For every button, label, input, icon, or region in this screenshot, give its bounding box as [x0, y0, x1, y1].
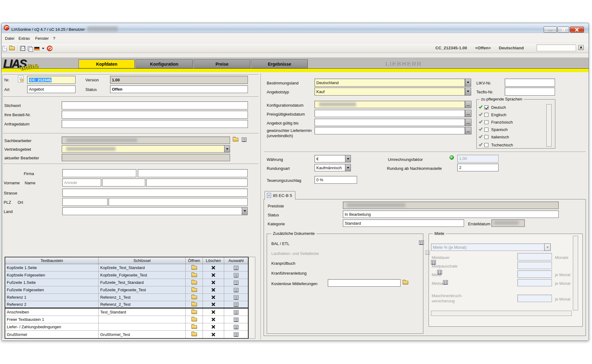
name-field[interactable] — [146, 178, 248, 186]
open-folder-icon[interactable] — [186, 286, 203, 293]
date-picker-button[interactable]: ... — [465, 110, 471, 117]
menu-datei[interactable]: Datei — [4, 35, 15, 41]
rundung-field[interactable]: 2 — [457, 164, 499, 171]
date-picker-button[interactable]: ... — [465, 101, 471, 108]
table-row[interactable]: Kopfzeile 1.SeiteKopfzeile_Test_Standard — [5, 264, 248, 272]
language-checkbox[interactable] — [484, 105, 488, 109]
table-row[interactable]: Liefer- / Zahlungsbedingungen — [5, 323, 248, 331]
select-list-icon[interactable] — [431, 260, 436, 264]
bestimmungsland-field[interactable]: Deutschland — [314, 79, 465, 87]
firma-field-1[interactable] — [62, 169, 136, 177]
sprachen-scrollbar[interactable] — [546, 104, 552, 147]
login-key-icon[interactable] — [47, 46, 52, 51]
date-picker-button[interactable]: ... — [465, 119, 471, 126]
table-row[interactable]: Referenz 2Referenz_2_Test — [5, 301, 248, 309]
select-list-icon[interactable] — [242, 137, 246, 142]
table-row[interactable]: Kopfzeile FolgeseitenKopfzeile_Folgeseit… — [5, 272, 248, 279]
select-list-icon[interactable] — [224, 316, 248, 323]
open-folder-icon[interactable] — [186, 301, 203, 308]
miete-scrollbar-vertical[interactable] — [573, 236, 578, 310]
header-textbaustein[interactable]: Textbaustein — [5, 257, 99, 264]
vertriebsgebiet-dropdown-icon[interactable] — [224, 145, 230, 153]
plz-field[interactable] — [62, 198, 108, 206]
open-folder-icon[interactable] — [403, 281, 408, 284]
tab-konfiguration[interactable]: Konfiguration — [136, 59, 193, 68]
crane-status-field[interactable]: In Bearbeitung — [343, 211, 559, 218]
stichwort-field[interactable] — [62, 101, 248, 109]
select-list-icon[interactable] — [224, 264, 248, 271]
angebot-gueltig-field[interactable] — [314, 119, 465, 126]
delete-x-icon[interactable] — [203, 294, 224, 301]
copy-icon[interactable] — [28, 46, 32, 51]
open-folder-icon[interactable] — [186, 294, 203, 301]
open-folder-icon[interactable] — [186, 279, 203, 286]
anrede-field[interactable]: Anrede — [62, 178, 101, 186]
language-checkbox[interactable] — [484, 113, 488, 117]
tab-preise[interactable]: Preise — [194, 59, 250, 68]
open-folder-icon[interactable] — [186, 272, 203, 279]
rundungsart-field[interactable]: Kaufmännisch — [314, 164, 345, 171]
delete-x-icon[interactable] — [203, 301, 224, 308]
angebotstyp-field[interactable]: Kauf — [314, 88, 465, 96]
miete-modus-dropdown[interactable]: Miete % (je Monat) — [431, 243, 545, 251]
table-row[interactable]: Fußzeile FolgeseitenFußzeile_Folgeseite_… — [5, 286, 248, 294]
header-auswahl[interactable]: Auswahl — [224, 257, 248, 264]
tab-ergebnisse[interactable]: Ergebnisse — [251, 59, 308, 68]
land-field[interactable] — [62, 207, 248, 215]
table-row[interactable]: GrußformelGrußformel_Test — [5, 331, 248, 338]
document-note-icon[interactable] — [18, 76, 23, 82]
open-folder-icon[interactable] — [186, 331, 203, 338]
delete-x-icon[interactable] — [203, 323, 224, 330]
close-document-icon[interactable] — [578, 45, 584, 50]
german-flag-language-icon[interactable] — [34, 47, 39, 50]
select-list-icon[interactable] — [224, 294, 248, 301]
language-checkbox[interactable] — [484, 143, 488, 147]
strasse-field[interactable] — [62, 189, 248, 197]
table-row[interactable]: Fußzeile 1.SeiteFußzeile_Test_Standard — [5, 279, 248, 286]
menu-fenster[interactable]: Fenster — [34, 35, 50, 41]
save-icon[interactable] — [20, 46, 25, 51]
waehrung-field[interactable]: € — [314, 155, 345, 162]
ort-field[interactable] — [109, 198, 248, 206]
rundungsart-dropdown-icon[interactable] — [345, 164, 351, 171]
likv-field[interactable] — [505, 79, 555, 87]
select-list-icon[interactable] — [224, 286, 248, 293]
delete-x-icon[interactable] — [203, 264, 224, 271]
anfragedatum-field[interactable] — [62, 120, 248, 128]
select-list-icon[interactable] — [419, 240, 424, 245]
minimize-button[interactable] — [544, 27, 557, 33]
close-button[interactable] — [570, 27, 584, 33]
nr-field[interactable]: CC_212345 — [27, 76, 76, 84]
header-schluessel[interactable]: Schlüssel — [99, 257, 186, 264]
table-row[interactable]: Referenz 1Referenz_1_Test — [5, 294, 248, 301]
delete-x-icon[interactable] — [203, 331, 224, 338]
open-folder-icon[interactable] — [186, 316, 203, 323]
language-checkbox[interactable] — [484, 128, 488, 132]
open-folder-icon[interactable] — [233, 138, 238, 141]
menu-extras[interactable]: Extras — [17, 35, 31, 41]
angebotstyp-dropdown-icon[interactable] — [465, 88, 471, 96]
vorname-field[interactable] — [102, 178, 145, 186]
date-picker-button[interactable]: ... — [465, 127, 471, 134]
delete-x-icon[interactable] — [203, 272, 224, 279]
tab-kopfdaten[interactable]: Kopfdaten — [79, 59, 135, 68]
open-folder-icon[interactable] — [186, 323, 203, 330]
open-folder-icon[interactable] — [186, 309, 203, 316]
select-list-icon[interactable] — [224, 331, 248, 338]
select-list-icon[interactable] — [437, 270, 442, 274]
language-dropdown-caret-icon[interactable] — [42, 48, 44, 51]
mitlieferungen-field[interactable] — [328, 279, 401, 287]
waehrung-dropdown-icon[interactable] — [345, 155, 351, 162]
select-list-icon[interactable] — [443, 280, 448, 284]
select-list-icon[interactable] — [224, 272, 248, 279]
kategorie-field[interactable]: Standard — [343, 219, 464, 227]
select-list-icon[interactable] — [224, 323, 248, 330]
language-checkbox[interactable] — [484, 120, 488, 124]
tecflo-field[interactable] — [505, 88, 555, 96]
delete-x-icon[interactable] — [203, 309, 224, 316]
miete-dropdown-icon[interactable] — [544, 243, 551, 251]
header-oeffnen[interactable]: Öffnen — [186, 257, 203, 264]
open-folder-icon[interactable] — [9, 47, 15, 50]
bestimmungsland-dropdown-icon[interactable] — [465, 79, 471, 87]
header-loeschen[interactable]: Löschen — [203, 257, 224, 264]
